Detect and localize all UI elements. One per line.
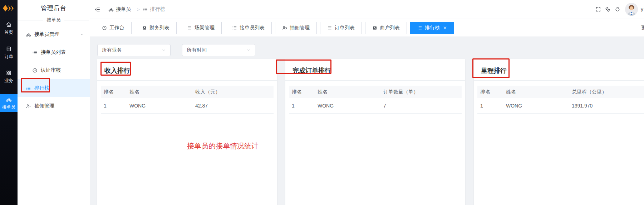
mileage-ranking-table: 排名 姓名 总里程（公里） 1 WONG 1391.970 xyxy=(477,86,644,114)
rail-item-label: 业务 xyxy=(4,78,13,84)
income-ranking-table: 排名 姓名 收入（元） 1 WONG 42.87 xyxy=(101,86,274,114)
tab-scene-management[interactable]: 场景管理 xyxy=(180,22,222,34)
column-header-value: 收入（元） xyxy=(195,89,274,95)
sidebar-section-divider: 接单员 xyxy=(18,17,90,23)
column-header-rank: 排名 xyxy=(101,89,129,95)
check-circle-icon xyxy=(32,68,38,73)
sidebar-item-courier-management[interactable]: 接单员管理 xyxy=(18,25,90,43)
clock-icon xyxy=(102,25,107,30)
order-doc-icon xyxy=(6,46,12,52)
chevron-up-icon[interactable] xyxy=(80,32,84,37)
list-icon xyxy=(32,50,38,55)
bicycle-icon xyxy=(26,32,31,37)
tab-commission[interactable]: 抽佣管理 xyxy=(275,22,317,34)
tab-label: 订单列表 xyxy=(335,25,355,31)
list-icon xyxy=(26,86,31,91)
table-header: 排名 姓名 总里程（公里） xyxy=(477,86,644,98)
app-title: 管理后台 xyxy=(18,4,90,12)
tab-ranking[interactable]: 排行榜 xyxy=(410,22,454,34)
select-value: 所有业务 xyxy=(102,47,122,53)
home-icon xyxy=(6,22,12,28)
bicycle-icon xyxy=(6,96,12,102)
select-value: 所有时间 xyxy=(187,47,207,53)
rail-item-orders[interactable]: 订单 xyxy=(0,46,18,60)
card-icon xyxy=(142,25,147,30)
time-filter-select[interactable]: 所有时间 xyxy=(182,44,255,56)
tab-label: 接单员列表 xyxy=(240,25,265,31)
breadcrumb-label: 接单员 xyxy=(116,6,131,13)
rail-item-label: 首页 xyxy=(4,29,13,35)
lines-icon xyxy=(187,25,192,30)
cell-name: WONG xyxy=(318,103,383,109)
app-logo-icon[interactable] xyxy=(3,4,15,13)
sidebar-item-cert-review[interactable]: 认证审核 xyxy=(18,61,90,79)
column-header-value: 订单数量（单） xyxy=(383,89,462,95)
breadcrumb-parent[interactable]: 接单员 xyxy=(105,6,134,13)
panel-title: 里程排行 xyxy=(474,59,644,81)
tab-workbench[interactable]: 工作台 xyxy=(95,22,132,34)
breadcrumb-separator: > xyxy=(137,7,140,12)
rail-item-label: 接单员 xyxy=(2,104,16,110)
refresh-icon[interactable] xyxy=(615,6,620,12)
cell-name: WONG xyxy=(506,103,572,109)
tab-finance-list[interactable]: 财务列表 xyxy=(135,22,177,34)
column-header-name: 姓名 xyxy=(129,89,195,95)
filter-row: 所有业务 所有时间 xyxy=(97,44,255,56)
table-header: 排名 姓名 订单数量（单） xyxy=(289,86,462,98)
panel-title: 收入排行 xyxy=(97,59,277,81)
avatar[interactable] xyxy=(625,3,638,16)
tab-label: 抽佣管理 xyxy=(290,25,310,31)
tab-order-list[interactable]: 订单列表 xyxy=(320,22,362,34)
cell-name: WONG xyxy=(129,103,195,109)
sidebar: 管理后台 接单员 接单员管理 接单员列表 认证审核 排行榜 抽佣管理 xyxy=(18,0,90,205)
more-label[interactable]: 更 xyxy=(641,25,644,31)
tags-icon[interactable] xyxy=(605,6,611,12)
tab-courier-list[interactable]: 接单员列表 xyxy=(225,22,272,34)
mileage-ranking-panel: 里程排行 排名 姓名 总里程（公里） 1 WONG 1391.970 xyxy=(474,59,644,205)
cell-value: 7 xyxy=(383,103,462,109)
bicycle-icon xyxy=(108,7,114,12)
fullscreen-icon[interactable] xyxy=(595,6,601,12)
sidebar-item-label: 认证审核 xyxy=(41,67,61,73)
tab-label: 商户列表 xyxy=(380,25,400,31)
sidebar-item-label: 接单员列表 xyxy=(41,49,66,56)
person-lines-icon xyxy=(26,104,31,109)
tab-label: 工作台 xyxy=(109,25,124,31)
tab-strip: 工作台 财务列表 场景管理 接单员列表 抽佣管理 订单列表 商户列表 排行榜 更 xyxy=(90,19,644,37)
cell-rank: 1 xyxy=(289,103,318,109)
card-icon xyxy=(372,25,377,30)
column-header-value: 总里程（公里） xyxy=(572,89,644,95)
table-row[interactable]: 1 WONG 1391.970 xyxy=(477,98,644,114)
sidebar-menu: 接单员管理 接单员列表 认证审核 排行榜 抽佣管理 xyxy=(18,25,90,115)
sidebar-item-commission[interactable]: 抽佣管理 xyxy=(18,97,90,115)
tab-merchant-list[interactable]: 商户列表 xyxy=(365,22,407,34)
sidebar-item-label: 接单员管理 xyxy=(34,31,59,38)
sidebar-item-ranking[interactable]: 排行榜 xyxy=(18,79,90,97)
list-icon xyxy=(232,25,237,30)
sidebar-item-courier-list[interactable]: 接单员列表 xyxy=(18,43,90,61)
list-icon xyxy=(417,25,422,30)
orders-ranking-table: 排名 姓名 订单数量（单） 1 WONG 7 xyxy=(289,86,462,114)
menu-fold-icon[interactable] xyxy=(94,6,100,13)
cell-value: 1391.970 xyxy=(572,103,644,109)
close-icon[interactable] xyxy=(443,26,447,30)
business-filter-select[interactable]: 所有业务 xyxy=(97,44,171,56)
rail-item-label: 订单 xyxy=(4,54,13,60)
breadcrumb-current: 排行榜 xyxy=(143,6,208,13)
column-header-rank: 排名 xyxy=(289,89,318,95)
topbar-actions: y xyxy=(591,3,644,16)
tab-label: 财务列表 xyxy=(149,25,169,31)
username[interactable]: y xyxy=(641,6,643,12)
rail-item-home[interactable]: 首页 xyxy=(0,22,18,35)
sidebar-item-label: 抽佣管理 xyxy=(34,103,54,109)
panel-title: 完成订单排行 xyxy=(285,59,465,81)
business-grid-icon xyxy=(6,70,12,76)
cell-rank: 1 xyxy=(477,103,506,109)
table-row[interactable]: 1 WONG 42.87 xyxy=(101,98,274,114)
chevron-down-icon xyxy=(162,48,166,52)
sidebar-section-label: 接单员 xyxy=(47,17,61,23)
rail-item-business[interactable]: 业务 xyxy=(0,70,18,84)
rail-item-couriers[interactable]: 接单员 xyxy=(0,94,18,112)
table-row[interactable]: 1 WONG 7 xyxy=(289,98,462,114)
table-header: 排名 姓名 收入（元） xyxy=(101,86,274,98)
